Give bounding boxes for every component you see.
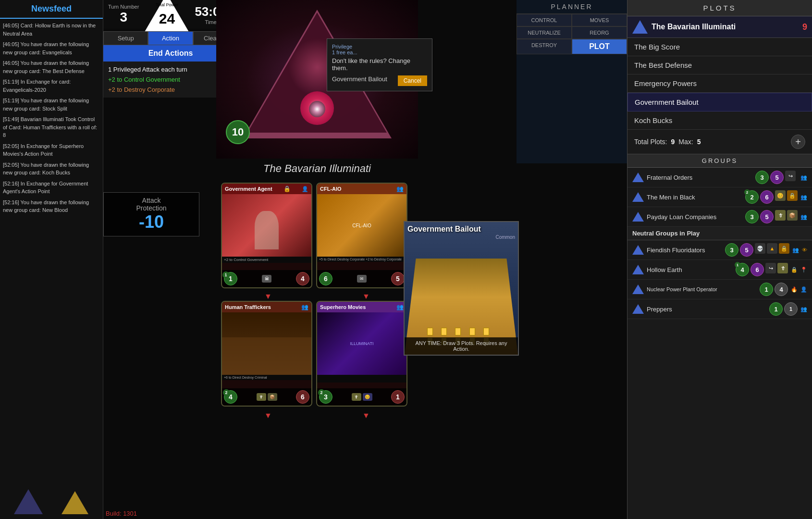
window-2 xyxy=(441,328,447,335)
group-item-fluoridators: Fiendish Fluoridators 3 5 💀 ▲ 🔒 👥 👁 xyxy=(627,240,812,260)
knife-icon-hollow[interactable]: 🗡 xyxy=(777,263,788,273)
card-power-sup-superhero: 2 xyxy=(318,389,325,396)
card-icons-gov: 🏛 xyxy=(237,275,296,283)
arrow-down-2: ▼ xyxy=(319,292,413,301)
group-power-hollow: 1 4 xyxy=(736,263,749,276)
pin-icon-hollow: 📍 xyxy=(800,267,807,273)
tab-action[interactable]: Action xyxy=(148,31,193,45)
card-footer-cfl: 6 ✉ 5 xyxy=(317,270,406,287)
card-figure-human xyxy=(222,312,311,375)
plots-panel: PLOTS The Bavarian Illuminati 9 The Big … xyxy=(627,0,812,519)
card-government-agent[interactable]: Government Agent 🔒 👤 +2 to Control Gover… xyxy=(221,183,312,288)
planner-tab-plot[interactable]: PLOT xyxy=(572,39,627,54)
card-superhero-movies[interactable]: Superhero Movies 👥 ILLUMINATI 2 3 🗡 😊 1 xyxy=(316,301,407,407)
card-footer-gov: 1 1 🏛 4 xyxy=(222,270,311,287)
action-item-1: 1 Privileged Attack each turn xyxy=(108,64,233,74)
power-sup-men-black: 2 xyxy=(744,189,750,195)
card-resist-superhero: 1 xyxy=(391,390,405,404)
group-resist-preppers: 1 xyxy=(784,302,798,316)
group-resist-men-black: 6 xyxy=(760,190,774,204)
lock-icon-men-black: 🔒 xyxy=(787,190,798,201)
group-icons-nuclear: 1 4 xyxy=(760,283,788,296)
card-icons-cfl: ✉ xyxy=(332,275,391,283)
illuminati-triangle-blue xyxy=(14,489,43,514)
action-item-2: +2 to Control Government xyxy=(108,74,233,85)
action-item-3: +2 to Destroy Corporate xyxy=(108,85,233,95)
face-icon: 😊 xyxy=(363,393,372,401)
card-power-superhero: 2 3 xyxy=(319,390,332,404)
building-icon: 🏛 xyxy=(262,275,271,283)
cards-row-top: Government Agent 🔒 👤 +2 to Control Gover… xyxy=(221,183,413,288)
group-name-hollow: Hollow Earth xyxy=(647,266,733,273)
card-power-sup-human: 2 xyxy=(223,389,230,396)
card-resist-cfl: 5 xyxy=(391,272,405,285)
triangle-icon-fluor: ▲ xyxy=(767,243,777,254)
plots-total: Total Plots: 9 Max: 5 + xyxy=(627,130,812,154)
group-tri-fluoridators xyxy=(632,245,644,255)
knife-icon-payday[interactable]: 🗡 xyxy=(775,210,786,221)
card-image-cfl: CFL-AIO xyxy=(317,194,406,257)
planner-tabs: CONTROL MOVES NEUTRALIZE REORG DESTROY P… xyxy=(517,14,627,54)
group-name-men-black: The Men in Black xyxy=(647,194,742,201)
group-status-payday: 👥 xyxy=(800,214,807,220)
group-tri-fraternal xyxy=(632,173,644,182)
window-1 xyxy=(427,328,433,335)
group-name-payday: Payday Loan Companies xyxy=(647,213,742,221)
neutral-groups-title: Neutral Groups in Play xyxy=(627,227,812,240)
plot-item-5[interactable]: Koch Bucks xyxy=(627,111,812,130)
plot-item-4[interactable]: Government Bailout xyxy=(627,93,812,111)
total-power-label: Total Power xyxy=(156,2,178,7)
add-plot-button[interactable]: + xyxy=(791,135,805,149)
knife-icon: 🗡 xyxy=(257,393,266,401)
card-figure-superhero: ILLUMINATI xyxy=(317,312,406,375)
plots-title: PLOTS xyxy=(627,0,812,16)
plot-item-3[interactable]: Emergency Powers xyxy=(627,74,812,93)
group-tri-nuclear xyxy=(632,284,644,294)
newsfeed-entry-7: [52:05] In Exchange for Superhero Movies… xyxy=(3,142,100,158)
groups-title: GROUPS xyxy=(627,154,812,168)
group-icons-hollow: 1 4 6 ↪ 🗡 xyxy=(736,263,788,276)
group-icon-cfl: 👥 xyxy=(396,185,404,192)
arrow-icon-fraternal[interactable]: ↪ xyxy=(785,171,796,181)
illuminati-header-name: The Bavarian Illuminati xyxy=(652,23,802,31)
group-icon-superhero: 👥 xyxy=(396,304,404,310)
group-icons-payday: 3 5 🗡 📦 xyxy=(745,210,798,223)
group-tri-preppers xyxy=(632,304,644,314)
planner-tab-reorg[interactable]: REORG xyxy=(572,26,627,39)
plot-item-1[interactable]: The Big Score xyxy=(627,38,812,56)
card-icons-superhero: 🗡 😊 xyxy=(332,393,391,401)
face-icon-men-black[interactable]: 😊 xyxy=(775,190,786,201)
cancel-button[interactable]: Cancel xyxy=(398,75,427,86)
plot-item-2[interactable]: The Best Defense xyxy=(627,56,812,74)
card-figure-cfl: CFL-AIO xyxy=(317,194,406,257)
group-resist-fluoridators: 5 xyxy=(740,243,753,257)
planner-tab-control[interactable]: CONTROL xyxy=(517,14,572,26)
group-power-payday: 3 xyxy=(745,210,759,223)
card-stats-superhero xyxy=(317,375,406,383)
newsfeed-entry-9: [52:16] In Exchange for Government Agent… xyxy=(3,180,100,196)
card-title-cfl: CFL-AIO xyxy=(320,186,342,192)
card-cfl-aio[interactable]: CFL-AIO 👥 CFL-AIO +5 to Direct Destroy C… xyxy=(316,183,407,288)
card-human-traffickers[interactable]: Human Traffickers 👥 +6 to Direct Destroy… xyxy=(221,301,312,407)
group-icons-fluoridators: 3 5 💀 ▲ 🔒 xyxy=(725,243,789,257)
group-item-fraternal: Fraternal Orders 3 5 ↪ 👥 xyxy=(627,168,812,187)
planner-tab-destroy[interactable]: DESTROY xyxy=(517,39,572,54)
card-resist-gov: 4 xyxy=(296,272,309,285)
newsfeed-entry-6: [51:49] Bavarian Illuminati Took Control… xyxy=(3,115,100,139)
tab-setup[interactable]: Setup xyxy=(103,31,148,45)
arrow-icon-hollow[interactable]: ↪ xyxy=(765,263,776,273)
attack-protection-label: AttackProtection xyxy=(108,197,195,212)
planner-title: PLANNER xyxy=(517,0,627,14)
gov-bailout-image: Government Bailout Common ANY TIME: Draw… xyxy=(404,221,519,356)
illuminati-power-badge: 10 xyxy=(226,120,250,144)
card-header-human: Human Traffickers 👥 xyxy=(222,302,311,312)
planner-tab-moves[interactable]: MOVES xyxy=(572,14,627,26)
group-item-preppers: Preppers 1 1 👥 xyxy=(627,299,812,319)
power-sup-hollow: 1 xyxy=(735,262,740,268)
planner-tab-neutralize[interactable]: NEUTRALIZE xyxy=(517,26,572,39)
card-connectors: ▼ ▼ xyxy=(221,292,413,301)
newsfeed-entry-8: [52:05] You have drawn the following new… xyxy=(3,161,100,177)
newsfeed-title: Newsfeed xyxy=(0,0,103,19)
box-icon-payday[interactable]: 📦 xyxy=(787,210,798,221)
group-icons-fraternal: 3 5 ↪ xyxy=(755,171,796,184)
